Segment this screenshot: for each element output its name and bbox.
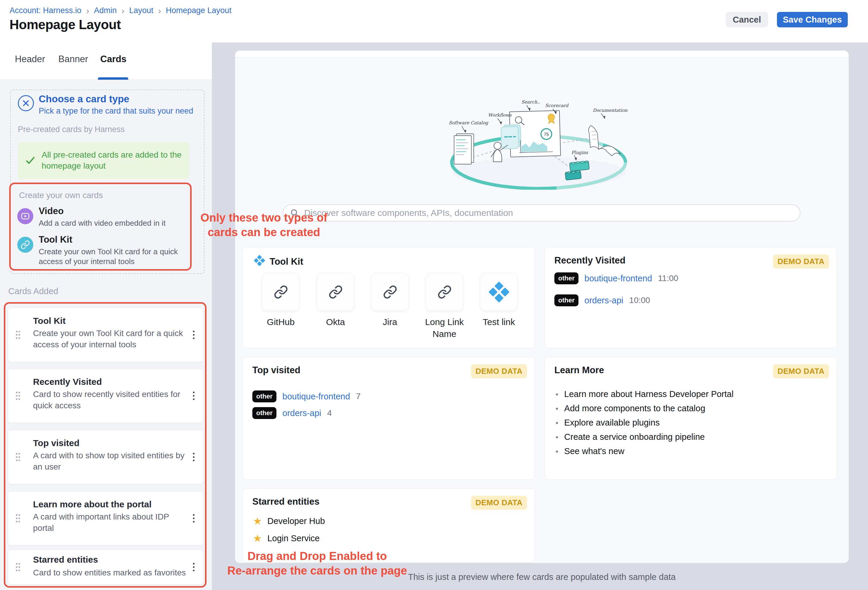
kebab-menu-icon[interactable]	[190, 328, 197, 342]
star-icon: ★	[253, 516, 262, 526]
entity-kind-tag: other	[252, 407, 276, 419]
toolkit-option-title[interactable]: Tool Kit	[39, 234, 72, 245]
added-card-learn-more[interactable]: Learn more about the portal A card with …	[8, 491, 203, 545]
entity-link[interactable]: boutique-frontend	[585, 274, 652, 283]
preview-card-learn-more[interactable]: Learn More DEMO DATA •Learn more about H…	[545, 357, 837, 480]
learn-more-link[interactable]: •Explore available plugins	[555, 418, 734, 432]
search-input[interactable]	[304, 208, 793, 218]
illustration-label-workflows: Workflows	[488, 112, 512, 118]
chevron-right-icon: ›	[121, 7, 124, 15]
learn-more-link[interactable]: •See what's new	[555, 446, 734, 461]
video-option-desc: Add a card with video embedded in it	[39, 218, 190, 228]
entity-visit-count: 4	[327, 408, 332, 418]
starred-entity-name[interactable]: Developer Hub	[267, 516, 325, 526]
tab-cards[interactable]: Cards	[100, 54, 127, 65]
video-option-title[interactable]: Video	[39, 206, 63, 216]
toolkit-logo-icon[interactable]	[480, 273, 518, 311]
entity-row: other boutique-frontend 7	[252, 390, 361, 402]
starred-entity-name[interactable]: Login Service	[267, 534, 320, 543]
breadcrumb-layout[interactable]: Layout	[129, 6, 153, 15]
preview-card-starred-entities[interactable]: Starred entities DEMO DATA ★ Developer H…	[242, 488, 535, 562]
cards-added-label: Cards Added	[8, 286, 58, 296]
preview-card-title: Top visited	[252, 365, 300, 375]
preview-card-toolkit[interactable]: Tool Kit GitHub Okta Jira Long Link Name…	[242, 247, 535, 348]
save-changes-button[interactable]: Save Changes	[777, 12, 848, 27]
link-icon[interactable]	[317, 273, 354, 311]
homepage-preview-panel: 75	[235, 50, 849, 563]
added-card-desc: A card with important links about IDP po…	[33, 511, 189, 534]
toolkit-link-label: Test link	[472, 316, 526, 328]
entity-time: 10:00	[629, 296, 650, 305]
demo-data-badge: DEMO DATA	[471, 364, 527, 378]
added-card-recently-visited[interactable]: Recently Visited Card to show recently v…	[8, 369, 203, 423]
entity-link[interactable]: orders-api	[282, 408, 321, 418]
kebab-menu-icon[interactable]	[190, 560, 197, 574]
entity-link[interactable]: boutique-frontend	[282, 391, 350, 402]
cancel-button[interactable]: Cancel	[726, 12, 768, 27]
learn-more-link[interactable]: •Add more components to the catalog	[555, 403, 734, 418]
create-option-video[interactable]: Video Add a card with video embedded in …	[17, 206, 193, 234]
entity-time: 11:00	[658, 274, 678, 283]
toolkit-link-okta[interactable]: Okta	[308, 273, 363, 328]
link-icon[interactable]	[425, 273, 463, 311]
toolkit-link-long-link-name[interactable]: Long Link Name	[417, 273, 472, 340]
page-title: Homepage Layout	[9, 17, 121, 32]
breadcrumb-admin[interactable]: Admin	[94, 6, 117, 15]
entity-visit-count: 7	[356, 391, 361, 401]
added-card-desc: Card to show entities marked as favorite…	[33, 567, 189, 578]
tab-header[interactable]: Header	[15, 54, 45, 65]
drag-handle-icon[interactable]	[15, 513, 21, 524]
illustration-label-documentation: Documentation	[593, 107, 627, 113]
preview-footer-note: This is just a preview where few cards a…	[235, 572, 849, 582]
bullet-icon: •	[555, 404, 558, 413]
toolkit-link-label: Okta	[308, 316, 363, 328]
drag-handle-icon[interactable]	[15, 390, 21, 401]
illustration-label-software-catalog: Software Catalog	[449, 120, 489, 125]
starred-entity-row[interactable]: ★ Login Service	[253, 533, 320, 543]
discover-search-bar[interactable]	[283, 204, 800, 222]
chooser-title: Choose a card type	[39, 93, 129, 104]
added-card-toolkit[interactable]: Tool Kit Create your own Tool Kit card f…	[8, 308, 203, 362]
preview-card-title: Learn More	[554, 365, 604, 375]
check-icon	[25, 155, 36, 166]
close-icon[interactable]	[18, 95, 34, 111]
active-tab-indicator	[98, 77, 128, 80]
create-option-toolkit[interactable]: Tool Kit Create your own Tool Kit card f…	[17, 234, 193, 270]
kebab-menu-icon[interactable]	[190, 511, 197, 525]
breadcrumb-homepage-layout[interactable]: Homepage Layout	[166, 6, 232, 15]
precreated-success-note: All pre-created cards are added to the h…	[18, 142, 189, 179]
toolkit-link-label: Long Link Name	[417, 316, 472, 340]
kebab-menu-icon[interactable]	[190, 389, 197, 403]
learn-more-link[interactable]: •Learn more about Harness Developer Port…	[555, 389, 734, 403]
drag-handle-icon[interactable]	[15, 452, 21, 462]
toolkit-link-label: GitHub	[254, 316, 308, 328]
toolkit-link-github[interactable]: GitHub	[254, 273, 308, 328]
learn-more-link[interactable]: •Create a service onboarding pipeline	[555, 432, 734, 446]
toolkit-link-jira[interactable]: Jira	[363, 273, 417, 328]
drag-handle-icon[interactable]	[15, 562, 21, 572]
entity-link[interactable]: orders-api	[585, 296, 623, 305]
link-icon[interactable]	[262, 273, 300, 311]
added-card-starred-entities[interactable]: Starred entities Card to show entities m…	[8, 550, 203, 585]
added-card-title: Learn more about the portal	[33, 499, 152, 509]
toolkit-option-desc: Create your own Tool Kit card for a quic…	[39, 247, 190, 267]
bullet-icon: •	[555, 447, 558, 456]
toolkit-link-test-link[interactable]: Test link	[472, 273, 526, 328]
added-card-top-visited[interactable]: Top visited A card with to show top visi…	[8, 430, 203, 484]
preview-card-recently-visited[interactable]: Recently Visited DEMO DATA other boutiqu…	[545, 247, 837, 348]
starred-entity-row[interactable]: ★ Developer Hub	[253, 516, 325, 526]
link-icon[interactable]	[371, 273, 409, 311]
entity-kind-tag: other	[554, 294, 579, 306]
homepage-preview-canvas: 75	[235, 57, 849, 563]
preview-card-title: Recently Visited	[554, 255, 626, 266]
drag-handle-icon[interactable]	[15, 330, 21, 340]
added-card-desc: Create your own Tool Kit card for a quic…	[33, 328, 189, 351]
added-card-title: Top visited	[33, 438, 80, 448]
page-header: Account: Harness.io › Admin › Layout › H…	[0, 0, 868, 43]
added-card-title: Recently Visited	[33, 377, 102, 387]
tab-banner[interactable]: Banner	[58, 54, 88, 65]
breadcrumb-account[interactable]: Account: Harness.io	[9, 6, 81, 15]
kebab-menu-icon[interactable]	[190, 450, 197, 464]
entity-row: other orders-api 4	[252, 407, 332, 419]
preview-card-top-visited[interactable]: Top visited DEMO DATA other boutique-fro…	[242, 357, 535, 480]
